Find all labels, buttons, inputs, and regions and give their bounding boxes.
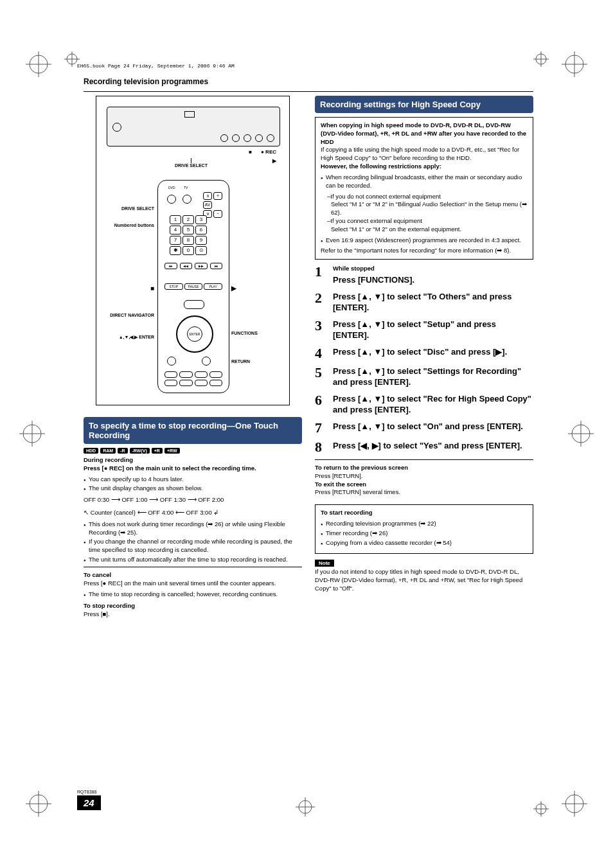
ffwd-icon: ▶▶ [195, 263, 208, 269]
functions-label: FUNCTIONS [231, 331, 275, 336]
num-4: 4 [170, 226, 181, 235]
stop-label: ■ [104, 285, 154, 292]
number-pad: 1 2 3 4 5 6 7 8 9 ✱ 0 ⊙ [170, 215, 207, 255]
step-text: Press [▲, ▼] to select "To Others" and p… [333, 291, 533, 314]
note-badge: Note [315, 560, 334, 567]
color-btn [179, 371, 192, 378]
color-btn [164, 371, 177, 378]
sub-line: Select "M 1" or "M 2" on the external eq… [321, 226, 528, 234]
crop-mark-icon [562, 791, 587, 817]
remote-control: DVD TV ∧ + AV ∨ − 1 2 3 4 [157, 180, 229, 393]
crop-mark-icon [26, 51, 51, 77]
step-number: 6 [315, 393, 326, 416]
page-stamp: EH65.book Page 24 Friday, September 1, 2… [77, 63, 235, 69]
bullet: Timer recording (➡ 26) [321, 529, 528, 538]
dvd-label: DVD [168, 186, 175, 190]
vol-up-icon: + [213, 192, 222, 200]
counter-line-1: OFF 0:30 ⟶ OFF 1:00 ⟶ OFF 1:30 ⟶ OFF 2:0… [84, 495, 302, 504]
step-text: Press [FUNCTIONS]. [333, 275, 414, 285]
crop-mark-icon [26, 791, 51, 817]
pause-button: PAUSE [184, 283, 203, 290]
num-cancel: ⊙ [195, 246, 207, 255]
unit-btn [244, 134, 251, 142]
exit-h: To exit the screen [315, 481, 366, 488]
unit-btn [232, 134, 240, 142]
crop-mark-icon [533, 801, 549, 817]
num-3: 3 [195, 215, 207, 224]
page-footer: RQT8388 24 [77, 790, 101, 810]
sub-line: –If you connect external equipment [321, 217, 528, 226]
to-cancel-text: Press [● REC] on the main unit several t… [84, 580, 302, 588]
section-title: Recording television programmes [84, 77, 533, 86]
step-number: 4 [315, 346, 326, 360]
disc-badges: HDD RAM -R -RW(V) +R +RW [84, 448, 302, 454]
num-5: 5 [182, 226, 194, 235]
stop-glyph: ■ [249, 149, 252, 155]
unit-btn [255, 134, 263, 142]
disc-badge: +R [152, 448, 163, 454]
disc-badge: +RW [164, 448, 180, 454]
counter-line-2: ↖ Counter (cancel) ⟵ OFF 4:00 ⟵ OFF 3:00… [84, 508, 302, 517]
bullet: The time to stop recording is cancelled;… [84, 590, 302, 599]
color-btn [195, 371, 208, 378]
num-9: 9 [195, 236, 207, 245]
step-number: 3 [315, 319, 326, 341]
to-stop-h: To stop recording [84, 602, 135, 609]
tv-label: TV [184, 186, 188, 190]
num-0: 0 [182, 246, 194, 255]
skip-fwd-icon: ⏭ [210, 263, 223, 269]
remote-diagram: ■ ● REC ▶ DRIVE SELECT DVD TV ∧ + [96, 96, 290, 405]
box-footer: Refer to the "Important notes for record… [321, 247, 528, 255]
restrictions-box: When copying in high speed mode to DVD-R… [315, 117, 533, 260]
drive-select-top-label: DRIVE SELECT [175, 158, 208, 168]
av-button: AV [203, 201, 212, 209]
bullet: The unit turns off automatically after t… [84, 556, 302, 564]
arrows-enter-label: ▲,▼,◀,▶ ENTER [104, 335, 154, 340]
box-heading-2: However, the following restrictions appl… [321, 163, 441, 170]
return-text: Press [RETURN]. [315, 472, 533, 481]
num-6: 6 [195, 226, 207, 235]
crop-mark-icon [64, 51, 80, 67]
play-button: PLAY [204, 283, 222, 290]
return-label: RETURN [231, 359, 275, 364]
directional-pad: ENTER [176, 315, 213, 353]
step-number: 5 [315, 366, 326, 388]
stop-button: STOP [164, 283, 183, 290]
bullet: If you change the channel or recording m… [84, 538, 302, 554]
box-heading: When copying in high speed mode to DVD-R… [321, 121, 526, 145]
color-btn [195, 380, 208, 386]
ch-up-icon: ∧ [203, 192, 212, 200]
rec-glyph: ● REC [261, 149, 276, 155]
press-rec-h: Press [● REC] on the main unit to select… [84, 465, 256, 472]
num-7: 7 [170, 236, 181, 245]
crop-mark-icon [562, 51, 587, 77]
dvd-power-icon [167, 195, 176, 204]
enter-button: ENTER [187, 326, 202, 342]
step-text: Press [▲, ▼] to select "Settings for Rec… [333, 366, 533, 388]
return-h: To return to the previous screen [315, 464, 408, 471]
one-touch-heading: To specify a time to stop recording—One … [84, 417, 302, 444]
to-start-box: To start recording Recording television … [315, 504, 533, 554]
num-star: ✱ [170, 246, 181, 255]
bullet: Recording television programmes (➡ 22) [321, 520, 528, 528]
to-cancel-h: To cancel [84, 571, 111, 578]
page-number: 24 [77, 795, 101, 810]
step-text: Press [◀, ▶] to select "Yes" and press [… [333, 440, 533, 454]
sub-line: –If you do not connect external equipmen… [321, 193, 528, 201]
step-number: 1 [315, 265, 326, 285]
high-speed-heading: Recording settings for High Speed Copy [315, 96, 533, 113]
step-text: Press [▲, ▼] to select "Rec for High Spe… [333, 393, 533, 416]
color-btn [164, 380, 177, 386]
disc-badge: HDD [84, 448, 98, 454]
to-stop-text: Press [■]. [84, 610, 302, 619]
vol-down-icon: − [213, 210, 222, 218]
num-2: 2 [182, 215, 194, 224]
bullet: You can specify up to 4 hours later. [84, 475, 302, 484]
disc-badge: -R [118, 448, 127, 454]
sub-line: Select "M 1" or "M 2" in "Bilingual Audi… [321, 200, 528, 217]
disc-tray-icon [184, 111, 195, 118]
disc-badge: RAM [100, 448, 116, 454]
unit-btn [220, 134, 228, 142]
step-number: 2 [315, 291, 326, 314]
bullet: Copying from a video cassette recorder (… [321, 539, 528, 547]
